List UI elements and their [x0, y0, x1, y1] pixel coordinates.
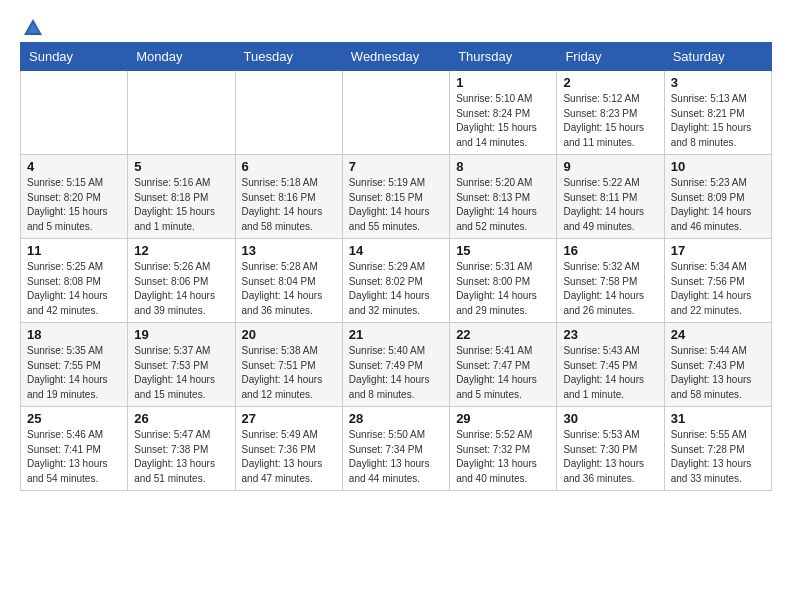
- day-info: Sunrise: 5:13 AM Sunset: 8:21 PM Dayligh…: [671, 92, 765, 150]
- day-info: Sunrise: 5:32 AM Sunset: 7:58 PM Dayligh…: [563, 260, 657, 318]
- calendar-cell: 6Sunrise: 5:18 AM Sunset: 8:16 PM Daylig…: [235, 155, 342, 239]
- day-number: 23: [563, 327, 657, 342]
- calendar-cell: 18Sunrise: 5:35 AM Sunset: 7:55 PM Dayli…: [21, 323, 128, 407]
- day-header-monday: Monday: [128, 43, 235, 71]
- day-number: 14: [349, 243, 443, 258]
- day-header-saturday: Saturday: [664, 43, 771, 71]
- day-info: Sunrise: 5:53 AM Sunset: 7:30 PM Dayligh…: [563, 428, 657, 486]
- day-number: 19: [134, 327, 228, 342]
- calendar-cell: 16Sunrise: 5:32 AM Sunset: 7:58 PM Dayli…: [557, 239, 664, 323]
- calendar-cell: 25Sunrise: 5:46 AM Sunset: 7:41 PM Dayli…: [21, 407, 128, 491]
- day-number: 22: [456, 327, 550, 342]
- calendar-cell: 26Sunrise: 5:47 AM Sunset: 7:38 PM Dayli…: [128, 407, 235, 491]
- day-info: Sunrise: 5:20 AM Sunset: 8:13 PM Dayligh…: [456, 176, 550, 234]
- day-number: 31: [671, 411, 765, 426]
- calendar-cell: [235, 71, 342, 155]
- day-number: 15: [456, 243, 550, 258]
- day-info: Sunrise: 5:47 AM Sunset: 7:38 PM Dayligh…: [134, 428, 228, 486]
- day-info: Sunrise: 5:19 AM Sunset: 8:15 PM Dayligh…: [349, 176, 443, 234]
- day-number: 4: [27, 159, 121, 174]
- calendar-cell: 3Sunrise: 5:13 AM Sunset: 8:21 PM Daylig…: [664, 71, 771, 155]
- calendar-cell: 20Sunrise: 5:38 AM Sunset: 7:51 PM Dayli…: [235, 323, 342, 407]
- day-info: Sunrise: 5:28 AM Sunset: 8:04 PM Dayligh…: [242, 260, 336, 318]
- calendar-cell: 27Sunrise: 5:49 AM Sunset: 7:36 PM Dayli…: [235, 407, 342, 491]
- calendar-cell: 31Sunrise: 5:55 AM Sunset: 7:28 PM Dayli…: [664, 407, 771, 491]
- header-row: SundayMondayTuesdayWednesdayThursdayFrid…: [21, 43, 772, 71]
- day-header-wednesday: Wednesday: [342, 43, 449, 71]
- day-info: Sunrise: 5:34 AM Sunset: 7:56 PM Dayligh…: [671, 260, 765, 318]
- day-header-thursday: Thursday: [450, 43, 557, 71]
- day-number: 8: [456, 159, 550, 174]
- calendar-cell: 11Sunrise: 5:25 AM Sunset: 8:08 PM Dayli…: [21, 239, 128, 323]
- day-info: Sunrise: 5:22 AM Sunset: 8:11 PM Dayligh…: [563, 176, 657, 234]
- day-number: 30: [563, 411, 657, 426]
- day-number: 17: [671, 243, 765, 258]
- calendar-cell: 10Sunrise: 5:23 AM Sunset: 8:09 PM Dayli…: [664, 155, 771, 239]
- calendar-cell: 7Sunrise: 5:19 AM Sunset: 8:15 PM Daylig…: [342, 155, 449, 239]
- day-number: 29: [456, 411, 550, 426]
- day-number: 28: [349, 411, 443, 426]
- day-info: Sunrise: 5:29 AM Sunset: 8:02 PM Dayligh…: [349, 260, 443, 318]
- day-info: Sunrise: 5:43 AM Sunset: 7:45 PM Dayligh…: [563, 344, 657, 402]
- day-info: Sunrise: 5:16 AM Sunset: 8:18 PM Dayligh…: [134, 176, 228, 234]
- day-header-sunday: Sunday: [21, 43, 128, 71]
- day-info: Sunrise: 5:31 AM Sunset: 8:00 PM Dayligh…: [456, 260, 550, 318]
- day-info: Sunrise: 5:37 AM Sunset: 7:53 PM Dayligh…: [134, 344, 228, 402]
- calendar-table: SundayMondayTuesdayWednesdayThursdayFrid…: [20, 42, 772, 491]
- day-info: Sunrise: 5:40 AM Sunset: 7:49 PM Dayligh…: [349, 344, 443, 402]
- calendar-cell: 13Sunrise: 5:28 AM Sunset: 8:04 PM Dayli…: [235, 239, 342, 323]
- day-info: Sunrise: 5:26 AM Sunset: 8:06 PM Dayligh…: [134, 260, 228, 318]
- day-number: 7: [349, 159, 443, 174]
- day-number: 11: [27, 243, 121, 258]
- calendar-cell: 12Sunrise: 5:26 AM Sunset: 8:06 PM Dayli…: [128, 239, 235, 323]
- calendar-cell: 1Sunrise: 5:10 AM Sunset: 8:24 PM Daylig…: [450, 71, 557, 155]
- day-number: 20: [242, 327, 336, 342]
- calendar-cell: [21, 71, 128, 155]
- day-info: Sunrise: 5:49 AM Sunset: 7:36 PM Dayligh…: [242, 428, 336, 486]
- day-number: 21: [349, 327, 443, 342]
- day-number: 10: [671, 159, 765, 174]
- calendar-cell: 23Sunrise: 5:43 AM Sunset: 7:45 PM Dayli…: [557, 323, 664, 407]
- day-number: 25: [27, 411, 121, 426]
- day-info: Sunrise: 5:35 AM Sunset: 7:55 PM Dayligh…: [27, 344, 121, 402]
- calendar-cell: 30Sunrise: 5:53 AM Sunset: 7:30 PM Dayli…: [557, 407, 664, 491]
- calendar-cell: 14Sunrise: 5:29 AM Sunset: 8:02 PM Dayli…: [342, 239, 449, 323]
- main-container: SundayMondayTuesdayWednesdayThursdayFrid…: [0, 0, 792, 507]
- day-number: 18: [27, 327, 121, 342]
- day-info: Sunrise: 5:52 AM Sunset: 7:32 PM Dayligh…: [456, 428, 550, 486]
- week-row-3: 11Sunrise: 5:25 AM Sunset: 8:08 PM Dayli…: [21, 239, 772, 323]
- calendar-cell: 2Sunrise: 5:12 AM Sunset: 8:23 PM Daylig…: [557, 71, 664, 155]
- calendar-cell: 4Sunrise: 5:15 AM Sunset: 8:20 PM Daylig…: [21, 155, 128, 239]
- day-info: Sunrise: 5:12 AM Sunset: 8:23 PM Dayligh…: [563, 92, 657, 150]
- calendar-cell: 22Sunrise: 5:41 AM Sunset: 7:47 PM Dayli…: [450, 323, 557, 407]
- calendar-cell: 15Sunrise: 5:31 AM Sunset: 8:00 PM Dayli…: [450, 239, 557, 323]
- day-number: 9: [563, 159, 657, 174]
- day-header-tuesday: Tuesday: [235, 43, 342, 71]
- week-row-1: 1Sunrise: 5:10 AM Sunset: 8:24 PM Daylig…: [21, 71, 772, 155]
- calendar-cell: 8Sunrise: 5:20 AM Sunset: 8:13 PM Daylig…: [450, 155, 557, 239]
- week-row-5: 25Sunrise: 5:46 AM Sunset: 7:41 PM Dayli…: [21, 407, 772, 491]
- day-number: 24: [671, 327, 765, 342]
- calendar-cell: 24Sunrise: 5:44 AM Sunset: 7:43 PM Dayli…: [664, 323, 771, 407]
- calendar-cell: 5Sunrise: 5:16 AM Sunset: 8:18 PM Daylig…: [128, 155, 235, 239]
- calendar-cell: [342, 71, 449, 155]
- day-number: 3: [671, 75, 765, 90]
- day-info: Sunrise: 5:50 AM Sunset: 7:34 PM Dayligh…: [349, 428, 443, 486]
- day-info: Sunrise: 5:46 AM Sunset: 7:41 PM Dayligh…: [27, 428, 121, 486]
- day-number: 6: [242, 159, 336, 174]
- day-info: Sunrise: 5:55 AM Sunset: 7:28 PM Dayligh…: [671, 428, 765, 486]
- logo-icon: [22, 16, 44, 38]
- day-number: 5: [134, 159, 228, 174]
- calendar-cell: 21Sunrise: 5:40 AM Sunset: 7:49 PM Dayli…: [342, 323, 449, 407]
- day-info: Sunrise: 5:38 AM Sunset: 7:51 PM Dayligh…: [242, 344, 336, 402]
- day-number: 2: [563, 75, 657, 90]
- day-number: 13: [242, 243, 336, 258]
- calendar-cell: [128, 71, 235, 155]
- day-info: Sunrise: 5:18 AM Sunset: 8:16 PM Dayligh…: [242, 176, 336, 234]
- week-row-2: 4Sunrise: 5:15 AM Sunset: 8:20 PM Daylig…: [21, 155, 772, 239]
- calendar-cell: 17Sunrise: 5:34 AM Sunset: 7:56 PM Dayli…: [664, 239, 771, 323]
- day-header-friday: Friday: [557, 43, 664, 71]
- calendar-cell: 9Sunrise: 5:22 AM Sunset: 8:11 PM Daylig…: [557, 155, 664, 239]
- day-number: 26: [134, 411, 228, 426]
- day-number: 12: [134, 243, 228, 258]
